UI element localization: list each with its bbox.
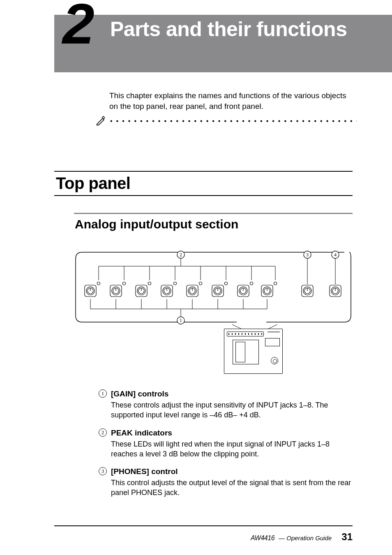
definition-item: 2 PEAK indicators These LEDs will light …: [99, 428, 353, 459]
definition-body: These LEDs will light red when the input…: [111, 439, 353, 459]
tip-divider-row: ••••••••••••••••••••••••••••••••••••••••…: [95, 115, 357, 127]
page: { "chapter": { "number": "2", "title": "…: [0, 0, 392, 555]
product-name: AW4416: [251, 534, 274, 542]
rule-icon: [54, 195, 353, 196]
circled-number-icon: 2: [99, 428, 107, 437]
definitions-list: 1 [GAIN] controls These controls adjust …: [99, 389, 353, 506]
locator-highlight-region: [227, 332, 264, 336]
locator-screen-icon: [265, 338, 280, 346]
svg-point-30: [97, 282, 100, 285]
page-footer: AW4416 — Operation Guide 31: [251, 531, 353, 543]
definition-body: This control adjusts the output level of…: [111, 478, 353, 498]
chapter-number: 2: [62, 0, 93, 53]
intro-paragraph: This chapter explains the names and func…: [109, 90, 350, 111]
svg-point-50: [199, 282, 202, 285]
definition-title: [PHONES] control: [111, 467, 353, 476]
svg-point-45: [174, 282, 177, 285]
section-heading-1: Top panel: [54, 171, 353, 196]
footer-rule: [54, 525, 353, 526]
svg-point-60: [250, 282, 253, 285]
svg-point-55: [225, 282, 228, 285]
definition-title: [GAIN] controls: [111, 389, 353, 398]
svg-point-35: [123, 282, 126, 285]
callout-4: 4: [334, 252, 337, 258]
footer-guide-label: — Operation Guide: [279, 534, 332, 541]
svg-point-40: [148, 282, 151, 285]
device-locator-illustration: [224, 329, 283, 374]
callout-2: 2: [180, 252, 182, 258]
pencil-note-icon: [95, 115, 106, 127]
brand-mark-icon: [267, 332, 280, 335]
analog-io-diagram: 2 3 4 1: [74, 248, 353, 326]
rule-icon: [74, 213, 353, 214]
dotted-rule: ••••••••••••••••••••••••••••••••••••••••…: [110, 117, 357, 125]
callout-1: 1: [180, 318, 182, 323]
callout-3: 3: [306, 252, 309, 258]
definition-body: These controls adjust the input sensitiv…: [111, 400, 353, 420]
section-heading-2: Analog input/output section: [74, 213, 353, 231]
chapter-title: Parts and their functions: [110, 18, 380, 40]
section-h1-text: Top panel: [56, 174, 353, 193]
definition-title: PEAK indicators: [111, 428, 353, 438]
locator-faders-icon: [233, 340, 259, 364]
locator-jogwheel-icon: [271, 357, 278, 364]
page-number: 31: [341, 531, 353, 543]
svg-point-65: [274, 282, 277, 285]
section-h2-text: Analog input/output section: [75, 217, 353, 231]
rule-icon: [54, 171, 353, 172]
circled-number-icon: 1: [99, 389, 107, 398]
definition-item: 1 [GAIN] controls These controls adjust …: [99, 389, 353, 420]
circled-number-icon: 3: [99, 467, 107, 475]
definition-item: 3 [PHONES] control This control adjusts …: [99, 467, 353, 498]
